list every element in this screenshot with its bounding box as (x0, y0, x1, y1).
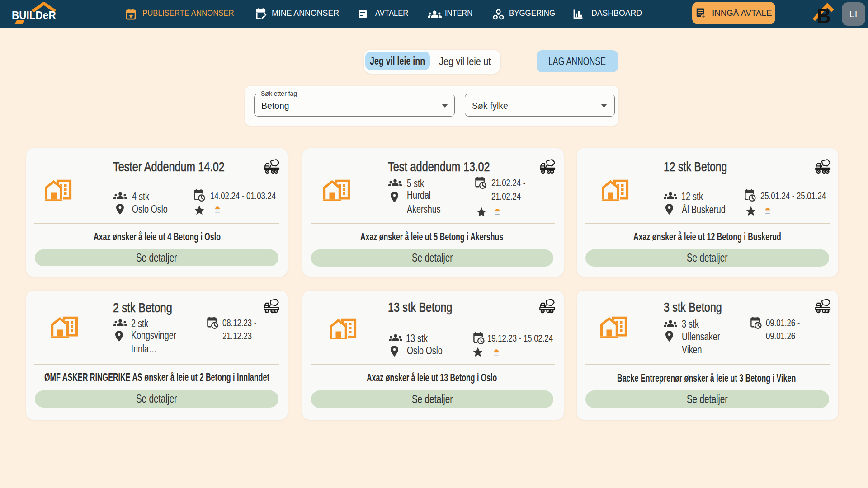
svg-text:B: B (816, 4, 831, 26)
